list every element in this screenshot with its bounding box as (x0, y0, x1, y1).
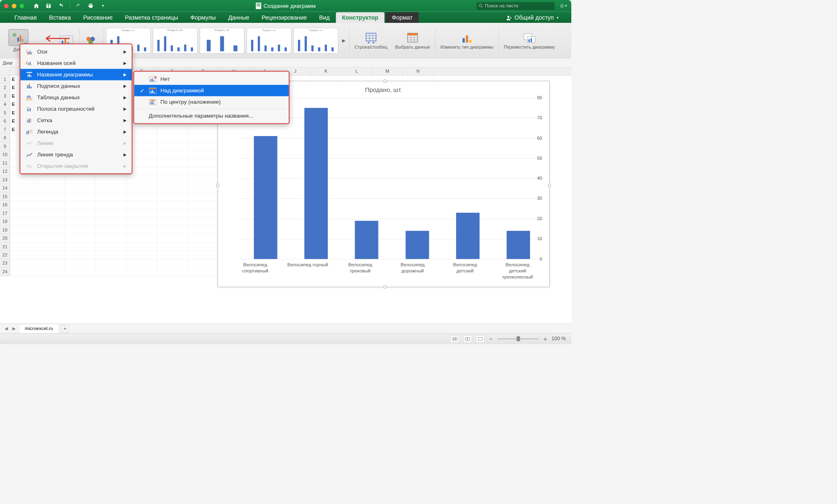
row-header[interactable]: 16 (0, 201, 10, 209)
cell[interactable] (10, 201, 35, 209)
cell[interactable] (157, 176, 188, 184)
move-chart-button[interactable] (523, 31, 536, 44)
cell[interactable] (157, 268, 188, 276)
column-header[interactable]: N (403, 67, 434, 75)
tab-design[interactable]: Конструктор (336, 12, 385, 23)
row-header[interactable]: 12 (0, 167, 10, 176)
save-icon[interactable] (45, 2, 52, 9)
cell[interactable] (65, 176, 96, 184)
sheet-tab[interactable]: microexcel.ru (19, 324, 59, 333)
chart-style-5[interactable]: Продано, шт. (293, 28, 338, 54)
row-header[interactable]: 20 (0, 234, 10, 242)
menu-trendline[interactable]: Линия тренда▶ (20, 149, 132, 161)
cell[interactable] (127, 209, 157, 217)
cell[interactable] (65, 226, 96, 234)
zoom-slider[interactable] (497, 338, 539, 339)
cell[interactable] (127, 259, 157, 268)
cell[interactable] (127, 184, 157, 192)
cell[interactable] (157, 184, 188, 192)
submenu-more-options[interactable]: Дополнительные параметры названия... (134, 110, 289, 122)
cell[interactable] (188, 159, 219, 167)
change-chart-type-button[interactable] (460, 31, 474, 44)
cell[interactable] (157, 192, 188, 201)
cell[interactable] (188, 217, 219, 225)
cell[interactable] (10, 192, 35, 201)
row-header[interactable]: 23 (0, 259, 10, 268)
cell[interactable] (157, 125, 188, 134)
cell[interactable] (157, 159, 188, 167)
tab-insert[interactable]: Вставка (43, 12, 77, 23)
cell[interactable] (96, 226, 127, 234)
cell[interactable] (188, 209, 219, 217)
cell[interactable] (65, 243, 96, 251)
cell[interactable] (96, 176, 127, 184)
bar[interactable] (355, 221, 378, 259)
styles-next-button[interactable]: ▶ (340, 28, 347, 54)
cell[interactable] (188, 134, 219, 142)
select-data-button[interactable] (406, 31, 419, 44)
page-layout-view-button[interactable] (463, 335, 472, 343)
cell[interactable] (157, 134, 188, 142)
cell[interactable] (157, 151, 188, 159)
maximize-window-button[interactable] (20, 4, 25, 9)
switch-row-column-button[interactable] (364, 31, 378, 44)
chart-style-3[interactable]: ПРОДАНО, ШТ. (200, 28, 244, 54)
cell[interactable] (188, 142, 219, 150)
cell[interactable] (65, 234, 96, 242)
cell[interactable] (157, 201, 188, 209)
row-header[interactable]: 6 (0, 117, 10, 125)
cell[interactable] (188, 226, 219, 234)
cell[interactable] (10, 184, 35, 192)
tab-data[interactable]: Данные (222, 12, 255, 23)
tab-layout[interactable]: Разметка страницы (119, 12, 184, 23)
row-header[interactable]: 3 (0, 92, 10, 100)
row-header[interactable]: 7 (0, 125, 10, 134)
cell[interactable] (96, 217, 127, 225)
cell[interactable] (10, 243, 35, 251)
cell[interactable] (157, 243, 188, 251)
bar[interactable] (304, 108, 328, 259)
normal-view-button[interactable] (451, 335, 459, 343)
cell[interactable] (188, 259, 219, 268)
cell[interactable] (65, 217, 96, 225)
add-sheet-button[interactable]: + (61, 325, 69, 332)
submenu-centered-overlay[interactable]: По центру (наложение) (134, 96, 289, 107)
tab-home[interactable]: Главная (8, 12, 43, 23)
cell[interactable] (65, 209, 96, 217)
row-header[interactable]: 17 (0, 209, 10, 217)
row-header[interactable]: 24 (0, 268, 10, 276)
cell[interactable] (10, 251, 35, 259)
qat-dropdown-icon[interactable]: ▼ (99, 2, 107, 9)
cell[interactable] (35, 209, 65, 217)
cell[interactable] (96, 243, 127, 251)
cell[interactable] (10, 226, 35, 234)
close-window-button[interactable] (4, 4, 9, 9)
share-button[interactable]: Общий доступ ▼ (502, 13, 563, 23)
row-header[interactable]: 13 (0, 176, 10, 184)
cell[interactable] (157, 226, 188, 234)
menu-data-labels[interactable]: Подписи данных▶ (20, 80, 132, 92)
cell[interactable] (127, 201, 157, 209)
menu-chart-title[interactable]: Название диаграммы▶ (20, 69, 132, 80)
cell[interactable] (96, 192, 127, 201)
cell[interactable] (96, 234, 127, 242)
cell[interactable] (127, 243, 157, 251)
cell[interactable] (35, 268, 65, 276)
bar[interactable] (405, 231, 429, 259)
row-header[interactable]: 22 (0, 251, 10, 259)
cell[interactable] (10, 268, 35, 276)
cell[interactable] (35, 226, 65, 234)
cell[interactable] (96, 209, 127, 217)
cell[interactable] (10, 259, 35, 268)
cell[interactable] (188, 268, 219, 276)
bar[interactable] (254, 136, 277, 259)
tab-formulas[interactable]: Формулы (184, 12, 222, 23)
tab-review[interactable]: Рецензирование (255, 12, 313, 23)
cell[interactable] (188, 167, 219, 176)
zoom-level[interactable]: 100 % (551, 336, 566, 342)
cell[interactable] (157, 142, 188, 150)
cell[interactable] (35, 201, 65, 209)
tab-view[interactable]: Вид (313, 12, 336, 23)
cell[interactable] (96, 184, 127, 192)
cell[interactable] (127, 176, 157, 184)
